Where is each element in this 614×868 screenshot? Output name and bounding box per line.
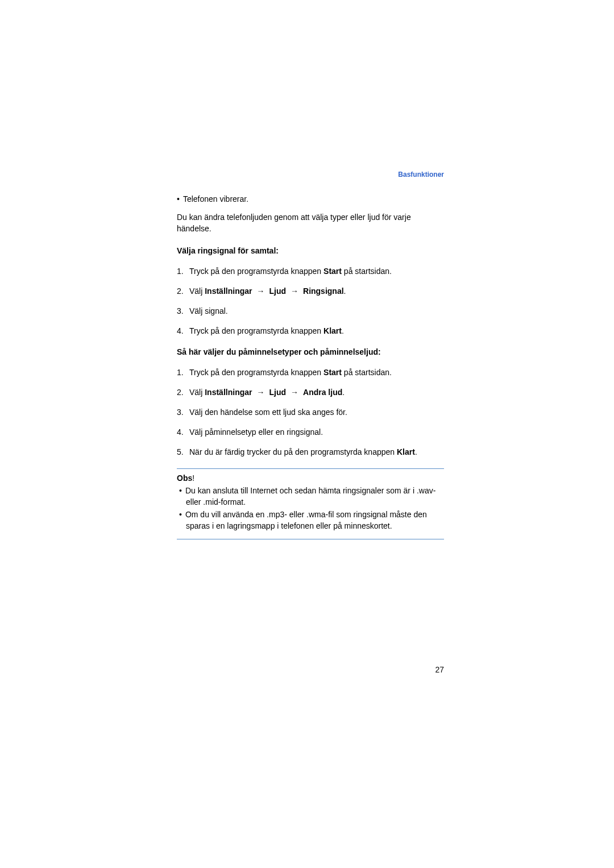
intro-paragraph: Du kan ändra telefonljuden genom att väl… [177,211,444,235]
list-text: Välj Inställningar→Ljud→Ringsignal. [189,286,346,296]
header-section-label: Basfunktioner [177,171,444,178]
note-item: •Du kan ansluta till Internet och sedan … [177,485,444,508]
list-text: Välj signal. [189,306,228,315]
section2-list: 1.Tryck på den programstyrda knappen Sta… [177,367,444,458]
list-text: Välj påminnelsetyp eller en ringsignal. [189,427,323,437]
note-text: Om du vill använda en .mp3- eller .wma-f… [185,510,427,530]
list-number: 4. [177,325,189,337]
note-list: •Du kan ansluta till Internet och sedan … [177,485,444,532]
list-text: Tryck på den programstyrda knappen Start… [189,267,392,276]
list-number: 2. [177,285,189,297]
note-text: Du kan ansluta till Internet och sedan h… [185,486,435,506]
note-item: •Om du vill använda en .mp3- eller .wma-… [177,509,444,532]
arrow-icon: → [256,387,264,398]
list-text: Välj Inställningar→Ljud→Andra ljud. [189,388,345,397]
intro-bullet: •Telefonen vibrerar. [177,194,444,203]
bullet-dot-icon: • [177,194,180,203]
section1-title: Välja ringsignal för samtal: [177,246,444,255]
bullet-dot-icon: • [179,486,182,495]
list-number: 2. [177,387,189,398]
list-number: 1. [177,265,189,277]
list-item: 2.Välj Inställningar→Ljud→Andra ljud. [177,387,444,398]
list-number: 4. [177,426,189,438]
note-box: Obs! •Du kan ansluta till Internet och s… [177,468,444,539]
list-item: 4.Välj påminnelsetyp eller en ringsignal… [177,426,444,438]
list-item: 3.Välj signal. [177,305,444,317]
list-item: 1.Tryck på den programstyrda knappen Sta… [177,265,444,277]
bullet-dot-icon: • [179,510,182,519]
section1-list: 1.Tryck på den programstyrda knappen Sta… [177,265,444,337]
arrow-icon: → [256,285,264,297]
list-number: 3. [177,406,189,418]
section2-title: Så här väljer du påminnelsetyper och påm… [177,347,444,356]
document-page: Basfunktioner •Telefonen vibrerar. Du ka… [177,171,444,539]
list-text: När du är färdig trycker du på den progr… [189,447,417,456]
intro-bullet-text: Telefonen vibrerar. [183,194,248,203]
arrow-icon: → [291,285,298,297]
list-item: 4.Tryck på den programstyrda knappen Kla… [177,325,444,337]
list-item: 1.Tryck på den programstyrda knappen Sta… [177,367,444,379]
list-text: Tryck på den programstyrda knappen Klart… [189,326,344,335]
list-number: 1. [177,367,189,379]
list-text: Tryck på den programstyrda knappen Start… [189,368,392,377]
page-number: 27 [435,665,444,674]
list-item: 5.När du är färdig trycker du på den pro… [177,446,444,458]
list-item: 3.Välj den händelse som ett ljud ska ang… [177,406,444,418]
note-title: Obs! [177,474,444,483]
arrow-icon: → [291,387,298,398]
list-number: 3. [177,305,189,317]
list-item: 2.Välj Inställningar→Ljud→Ringsignal. [177,285,444,297]
list-text: Välj den händelse som ett ljud ska anges… [189,408,347,417]
list-number: 5. [177,446,189,458]
